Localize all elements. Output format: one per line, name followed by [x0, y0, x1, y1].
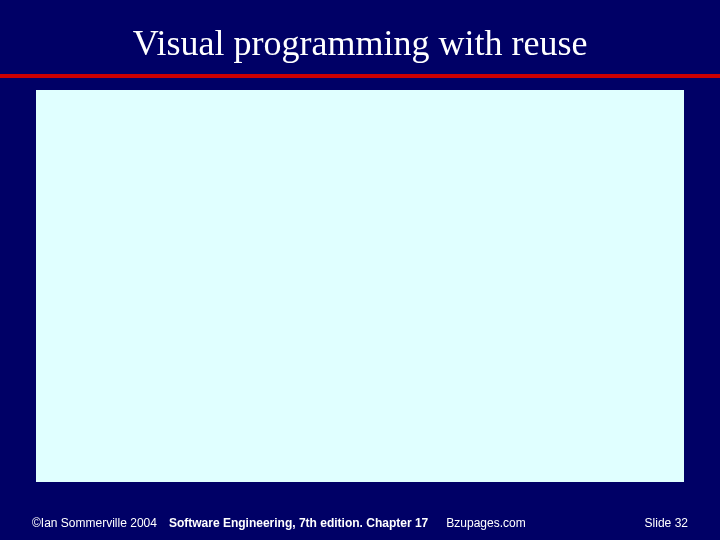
slide-label: Slide	[645, 516, 672, 530]
copyright-text: ©Ian Sommerville 2004	[32, 516, 157, 530]
book-reference: Software Engineering, 7th edition. Chapt…	[169, 516, 428, 530]
title-underline	[0, 74, 720, 78]
slide-title: Visual programming with reuse	[0, 0, 720, 74]
slide-num-value: 32	[675, 516, 688, 530]
content-area	[36, 90, 684, 482]
footer: ©Ian Sommerville 2004 Software Engineeri…	[0, 516, 720, 530]
site-text: Bzupages.com	[446, 516, 525, 530]
slide-number: Slide 32	[645, 516, 688, 530]
